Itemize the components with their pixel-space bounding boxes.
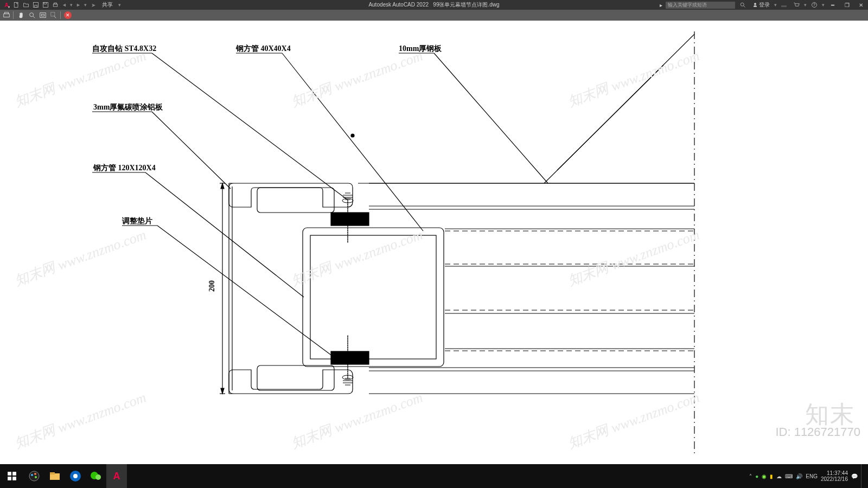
svg-rect-34: [303, 228, 444, 367]
watermark-id: ID: 1126721770: [775, 425, 860, 439]
tray-ime-label[interactable]: ENG: [806, 473, 818, 479]
svg-point-7: [741, 3, 744, 6]
svg-rect-6: [54, 3, 57, 4]
svg-rect-12: [4, 14, 10, 17]
svg-point-73: [73, 474, 78, 478]
svg-point-66: [29, 471, 39, 481]
svg-point-9: [754, 3, 756, 5]
tray-keyboard-icon[interactable]: ⌨: [785, 473, 793, 479]
tray-cloud-icon[interactable]: ☁: [776, 473, 782, 479]
saveas-icon[interactable]: [42, 2, 49, 8]
svg-point-69: [35, 476, 37, 478]
label-tube120: 钢方管 120X120X4: [93, 163, 156, 172]
task-wechat-icon[interactable]: [86, 464, 106, 488]
system-tray: ˄ ● ◉ ▮ ☁ ⌨ 🔊 ENG 11:37:44 2022/12/16 💬: [749, 464, 865, 488]
print-icon[interactable]: [52, 2, 59, 8]
pan-hand-icon[interactable]: [17, 11, 25, 20]
svg-rect-43: [331, 351, 369, 364]
help-icon[interactable]: ?: [809, 2, 820, 8]
svg-point-46: [351, 134, 354, 137]
close-button[interactable]: ✕: [855, 0, 867, 10]
task-autocad-icon[interactable]: A: [106, 464, 127, 488]
svg-line-15: [33, 16, 35, 18]
svg-rect-2: [35, 5, 37, 8]
print-preview-icon[interactable]: [2, 11, 11, 20]
svg-line-8: [744, 6, 745, 8]
drawing-canvas[interactable]: 自攻自钻 ST4.8X32 钢方管 40X40X4 10mm厚钢板 3mm厚氟碳…: [0, 21, 868, 464]
cart-icon[interactable]: [791, 2, 802, 8]
new-icon[interactable]: [13, 2, 20, 8]
login-button[interactable]: 登录: [750, 1, 772, 9]
svg-rect-16: [40, 13, 46, 18]
zoom-icon[interactable]: [28, 11, 36, 20]
svg-rect-0: [14, 3, 18, 8]
svg-rect-65: [12, 477, 16, 480]
record-stop-icon[interactable]: ✕: [64, 11, 72, 19]
share-button[interactable]: 共享: [100, 1, 115, 9]
label-shim: 调整垫片: [122, 217, 152, 225]
svg-rect-42: [331, 213, 369, 226]
restore-button[interactable]: ❐: [841, 0, 853, 10]
title-bar: A▾ ◄ ▾ ► ▾ ➤ 共享 ▾ Autodesk AutoCAD 2022 …: [0, 0, 868, 10]
zoom-window-icon[interactable]: [49, 11, 58, 20]
svg-line-21: [557, 65, 663, 170]
dropdown-icon[interactable]: ▾: [118, 2, 121, 8]
tray-expand-icon[interactable]: ˄: [749, 473, 752, 479]
open-icon[interactable]: [23, 2, 29, 8]
save-icon[interactable]: [33, 2, 39, 8]
tray-sync-icon[interactable]: ●: [755, 473, 758, 479]
task-browser-icon[interactable]: [65, 464, 86, 488]
svg-point-68: [34, 473, 36, 475]
svg-point-67: [31, 474, 33, 476]
svg-text:?: ?: [813, 3, 815, 7]
redo-icon[interactable]: ►: [76, 2, 81, 8]
svg-line-51: [152, 53, 347, 200]
svg-rect-1: [34, 3, 39, 8]
autocad-logo-icon: A▾: [3, 2, 10, 8]
tray-notifications-icon[interactable]: 💬: [851, 473, 858, 479]
svg-line-57: [152, 112, 231, 189]
dropdown-icon[interactable]: ▾: [822, 2, 825, 8]
label-panel3: 3mm厚氟碳喷涂铝板: [93, 103, 163, 111]
tray-status-icon[interactable]: ◉: [762, 473, 767, 479]
svg-rect-62: [8, 472, 11, 476]
svg-rect-35: [310, 235, 436, 359]
task-paint-icon[interactable]: [24, 464, 44, 488]
windows-start-button[interactable]: [0, 464, 24, 488]
svg-rect-64: [8, 477, 11, 480]
svg-rect-17: [41, 14, 44, 16]
svg-rect-71: [50, 472, 55, 474]
dropdown-icon[interactable]: ▾: [70, 2, 73, 8]
svg-line-61: [157, 226, 336, 359]
svg-rect-18: [51, 12, 55, 16]
info-arrow-icon[interactable]: ▸: [660, 2, 662, 8]
send-icon[interactable]: ➤: [90, 2, 97, 8]
task-explorer-icon[interactable]: [44, 464, 65, 488]
dropdown-icon[interactable]: ▾: [804, 2, 807, 8]
svg-line-53: [282, 53, 423, 231]
dropdown-icon[interactable]: ▾: [774, 2, 777, 8]
dropdown-icon[interactable]: ▾: [84, 2, 87, 8]
dim-200: 200: [208, 280, 216, 292]
undo-icon[interactable]: ◄: [62, 2, 67, 8]
svg-line-55: [434, 53, 548, 183]
svg-rect-5: [53, 4, 58, 7]
label-screw: 自攻自钻 ST4.8X32: [92, 44, 156, 53]
svg-rect-13: [5, 12, 9, 14]
minimize-button[interactable]: ━: [827, 0, 839, 10]
svg-line-59: [145, 172, 304, 297]
svg-rect-4: [44, 3, 47, 4]
tray-clock[interactable]: 11:37:44 2022/12/16: [821, 470, 848, 482]
zoom-extents-icon[interactable]: [39, 11, 47, 20]
exchange-icon[interactable]: ▬: [779, 2, 789, 8]
label-tube40: 钢方管 40X40X4: [235, 44, 291, 53]
tray-volume-icon[interactable]: 🔊: [796, 473, 802, 479]
svg-point-14: [30, 13, 34, 17]
taskbar: A ˄ ● ◉ ▮ ☁ ⌨ 🔊 ENG 11:37:44 2022/12/16 …: [0, 464, 868, 488]
label-plate10: 10mm厚钢板: [399, 44, 442, 53]
tray-security-icon[interactable]: ▮: [770, 473, 773, 479]
quick-toolbar: ✕: [0, 10, 868, 21]
search-icon[interactable]: [737, 2, 748, 8]
search-input[interactable]: 输入关键字或短语: [666, 2, 735, 9]
show-desktop-button[interactable]: [861, 464, 865, 488]
